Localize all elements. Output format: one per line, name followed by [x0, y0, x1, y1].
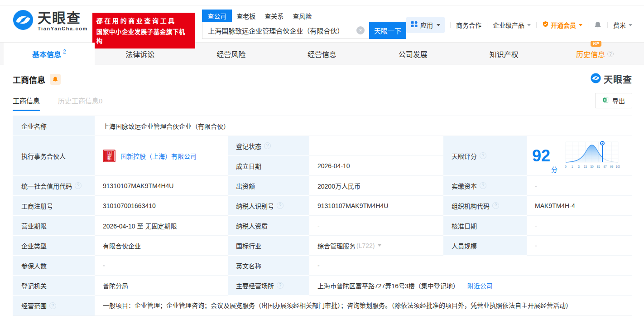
tianyancha-logo-icon	[13, 10, 34, 32]
export-button[interactable]: 导出	[595, 93, 632, 108]
field-biz-term-label: 营业期限	[13, 216, 95, 236]
chevron-down-icon	[378, 244, 381, 247]
svg-text:100: 100	[616, 165, 620, 168]
nearby-companies-link[interactable]: 附近公司	[467, 281, 493, 290]
caret-down-icon	[579, 24, 582, 26]
search-tab-relation[interactable]: 查关系	[260, 10, 288, 22]
partner-company-link[interactable]: 国新控股（上海）有限公司	[120, 151, 197, 160]
search-area: 查公司 查老板 查关系 查风险 × 天眼一下	[202, 10, 406, 39]
tab-label: 知识产权	[490, 49, 519, 59]
search-tab-company[interactable]: 查公司	[202, 10, 232, 22]
nav-business-cooperation[interactable]: 商务合作	[456, 20, 481, 29]
field-establish-date-value: 2026-04-10	[309, 156, 443, 176]
field-staff-size-value: -	[527, 236, 632, 256]
clear-icon[interactable]: ×	[356, 26, 365, 34]
company-tab-bar: 基本信息 2 法律诉讼 经营风险 经营信息 公司发展 知识产权 历史信息 VIP…	[0, 42, 644, 65]
user-menu[interactable]: 费米	[613, 20, 632, 29]
apps-menu[interactable]: 应用	[406, 17, 445, 33]
divider	[487, 22, 487, 28]
subtab-business-info[interactable]: 工商信息	[13, 96, 40, 111]
field-credit-code-label: 统一社会信用代码?	[13, 176, 95, 196]
divider	[588, 22, 588, 28]
svg-text:50: 50	[590, 165, 594, 168]
tab-label: 历史信息	[576, 49, 605, 59]
watermark-text: 天眼查	[604, 73, 632, 86]
search-tab-boss[interactable]: 查老板	[232, 10, 260, 22]
field-staff-size-label: 人员规模	[443, 236, 527, 256]
field-reg-number-value: 310107001663410	[95, 196, 228, 216]
field-approve-date-label: 核准日期	[443, 216, 527, 236]
help-icon[interactable]: ?	[480, 182, 486, 189]
help-icon[interactable]: ?	[480, 152, 486, 159]
search-tab-risk[interactable]: 查风险	[288, 10, 316, 22]
field-capital-value: 20200万人民币	[309, 176, 443, 196]
field-business-address-label: 主要经营场所?	[228, 276, 309, 296]
field-company-type-label: 企业类型	[13, 236, 95, 256]
site-header: 天眼查 TianYanCha.com 都在用的商业查询工具 国家中小企业发展子基…	[0, 5, 644, 40]
tab-label: 基本信息	[32, 49, 61, 59]
search-input[interactable]	[202, 22, 369, 39]
field-insured-count-value: -	[95, 256, 228, 276]
tab-legal-litigation[interactable]: 法律诉讼	[95, 43, 186, 65]
help-icon[interactable]: ?	[607, 51, 614, 57]
username: 费米	[613, 20, 626, 29]
tab-company-development[interactable]: 公司发展	[367, 43, 458, 65]
field-english-name-label: 英文名称	[228, 256, 309, 276]
main-content: 工商信息 天眼查 工商信息 历史工商信息0	[0, 65, 644, 316]
field-industry-label: 国标行业	[228, 236, 309, 256]
help-icon[interactable]: ?	[492, 202, 499, 209]
tab-intellectual-property[interactable]: 知识产权	[458, 43, 549, 65]
notification-bell-icon[interactable]	[594, 21, 602, 29]
field-insured-count-label: 参保人数	[13, 256, 95, 276]
field-industry-value[interactable]: 综合管理服务 (L722)	[309, 236, 443, 256]
tab-operation-info[interactable]: 经营信息	[277, 43, 368, 65]
business-info-table: 企业名称 上海国脉致远企业管理合伙企业（有限合伙） 执行事务合伙人 国新 国新控…	[13, 116, 632, 316]
help-icon[interactable]: ?	[75, 182, 82, 189]
crown-icon	[542, 21, 549, 29]
nav-enterprise-products[interactable]: 企业级产品	[493, 20, 531, 29]
field-org-code-value: MAK9TM4H-4	[527, 196, 632, 216]
apps-label: 应用	[420, 20, 433, 29]
export-label: 导出	[612, 96, 625, 105]
industry-code: (L722)	[356, 242, 375, 249]
search-tabs: 查公司 查老板 查关系 查风险	[202, 10, 406, 22]
subtab-history-business-info[interactable]: 历史工商信息0	[58, 96, 102, 111]
section-title: 工商信息	[13, 73, 45, 85]
svg-text:15: 15	[584, 165, 587, 168]
monitor-bell-icon[interactable]	[50, 74, 61, 85]
caret-down-icon	[629, 24, 632, 26]
tab-basic-info[interactable]: 基本信息 2	[4, 43, 95, 65]
divider	[607, 22, 608, 28]
brand-domain: TianYanCha.com	[38, 26, 88, 31]
field-registration-status-value	[309, 136, 443, 156]
field-tianyan-score-value: 92 分	[527, 136, 632, 176]
svg-text:99: 99	[610, 165, 614, 168]
top-strip	[0, 0, 644, 5]
nav-open-vip[interactable]: 开通会员	[542, 20, 582, 29]
field-tax-qualification-label: 纳税人资质	[228, 216, 309, 236]
divider	[536, 22, 537, 28]
field-tax-id-label: 纳税人识别号?	[228, 196, 309, 216]
help-icon[interactable]: ?	[49, 302, 56, 309]
search-button[interactable]: 天眼一下	[369, 22, 406, 39]
help-icon[interactable]: ?	[277, 282, 284, 289]
field-registration-status-label: 登记状态?	[228, 136, 309, 156]
field-company-name-label: 企业名称	[13, 116, 95, 136]
vip-badge: VIP	[591, 41, 602, 47]
field-business-address-value: 上海市普陀区富平路727弄16号3楼（集中登记地） 附近公司	[309, 276, 632, 296]
vip-label: 开通会员	[551, 20, 576, 29]
enterprise-label: 企业级产品	[493, 20, 524, 29]
help-icon[interactable]: ?	[264, 142, 271, 149]
brand-logo[interactable]: 天眼查 TianYanCha.com	[13, 10, 88, 32]
help-icon[interactable]: ?	[277, 202, 284, 209]
tab-label: 公司发展	[399, 49, 428, 59]
svg-text:97: 97	[603, 165, 607, 168]
tab-history-info[interactable]: 历史信息 VIP ?	[549, 43, 640, 65]
field-company-name-value: 上海国脉致远企业管理合伙企业（有限合伙）	[95, 116, 632, 136]
field-reg-authority-label: 登记机关	[13, 276, 95, 296]
partner-company-logo: 国新	[103, 150, 115, 162]
score-unit: 分	[551, 165, 557, 174]
tab-operation-risk[interactable]: 经营风险	[186, 43, 277, 65]
field-paid-capital-label: 实缴资本?	[443, 176, 527, 196]
field-credit-code-value: 91310107MAK9TM4H4U	[95, 176, 228, 196]
